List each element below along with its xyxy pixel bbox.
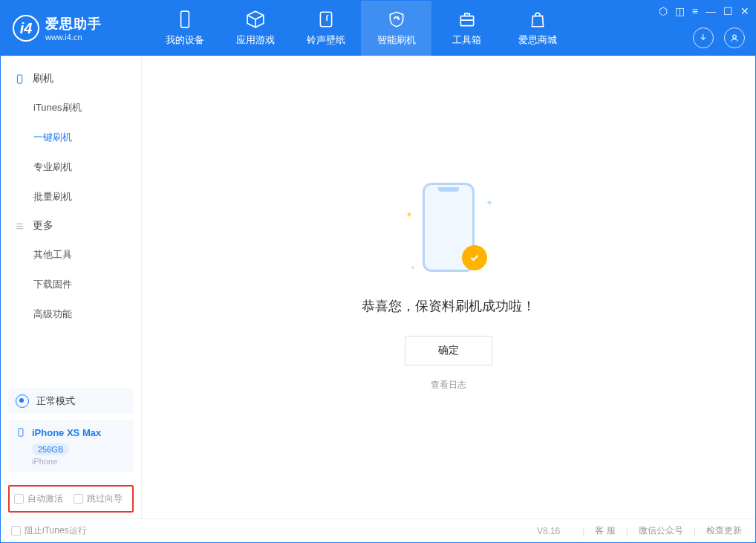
device-icon xyxy=(16,426,26,439)
sidebar-item-oneclick-flash[interactable]: 一键刷机 xyxy=(1,123,141,152)
tab-my-device[interactable]: 我的设备 xyxy=(149,1,220,56)
app-title: 爱思助手 xyxy=(45,15,102,33)
sidebar-section-flash: 刷机 xyxy=(1,65,141,93)
bag-icon xyxy=(528,10,547,29)
close-button[interactable]: ✕ xyxy=(740,5,749,17)
tab-apps[interactable]: 应用游戏 xyxy=(220,1,290,56)
sidebar: 刷机 iTunes刷机 一键刷机 专业刷机 批量刷机 更多 其他工具 下载固件 … xyxy=(1,56,142,518)
checkbox-auto-activate[interactable]: 自动激活 xyxy=(14,492,63,505)
success-message: 恭喜您，保资料刷机成功啦！ xyxy=(362,297,535,315)
list-icon xyxy=(14,221,25,232)
phone-icon xyxy=(175,10,195,29)
lock-icon[interactable]: ◫ xyxy=(675,5,685,17)
sparkle-icon: ✦ xyxy=(486,198,493,208)
svg-rect-2 xyxy=(460,16,473,26)
phone-outline-icon xyxy=(14,74,25,85)
user-button[interactable] xyxy=(724,27,745,48)
refresh-shield-icon xyxy=(387,10,406,29)
toolbox-icon xyxy=(457,10,477,29)
body: 刷机 iTunes刷机 一键刷机 专业刷机 批量刷机 更多 其他工具 下载固件 … xyxy=(1,56,755,518)
tab-toolbox[interactable]: 工具箱 xyxy=(431,1,502,56)
checkbox-label: 自动激活 xyxy=(27,492,63,505)
device-capacity: 256GB xyxy=(32,443,69,455)
sidebar-item-itunes-flash[interactable]: iTunes刷机 xyxy=(1,93,141,123)
tab-ringtone[interactable]: 铃声壁纸 xyxy=(290,1,361,56)
titlebar: i4 爱思助手 www.i4.cn 我的设备 应用游戏 铃声壁纸 智能刷机 xyxy=(1,1,755,56)
logo-text: 爱思助手 www.i4.cn xyxy=(45,15,102,42)
mode-icon xyxy=(16,394,29,408)
menu-icon[interactable]: ≡ xyxy=(692,5,698,17)
top-tabs: 我的设备 应用游戏 铃声壁纸 智能刷机 工具箱 爱思商城 xyxy=(149,1,573,56)
checkbox-label: 跳过向导 xyxy=(87,492,123,505)
tab-label: 铃声壁纸 xyxy=(307,33,345,47)
checkbox-icon xyxy=(74,494,83,504)
logo-area: i4 爱思助手 www.i4.cn xyxy=(1,15,149,42)
tab-flash[interactable]: 智能刷机 xyxy=(361,1,431,56)
view-log-link[interactable]: 查看日志 xyxy=(431,379,466,391)
sparkle-icon: • xyxy=(411,263,414,273)
ok-button[interactable]: 确定 xyxy=(405,336,492,365)
tab-label: 工具箱 xyxy=(452,33,481,47)
footer-support-link[interactable]: 客 服 xyxy=(592,524,618,537)
svg-point-3 xyxy=(733,35,737,39)
logo-icon: i4 xyxy=(13,15,39,42)
titlebar-right-icons xyxy=(693,27,745,48)
checkbox-label: 阻止iTunes运行 xyxy=(25,524,87,537)
footer: 阻止iTunes运行 V8.16 | 客 服 | 微信公众号 | 检查更新 xyxy=(1,518,755,542)
sidebar-item-pro-flash[interactable]: 专业刷机 xyxy=(1,152,141,182)
checkmark-badge-icon xyxy=(462,245,487,270)
device-name: iPhone XS Max xyxy=(32,427,101,438)
svg-rect-1 xyxy=(320,12,331,27)
tab-store[interactable]: 爱思商城 xyxy=(502,1,573,56)
tab-label: 应用游戏 xyxy=(236,33,275,47)
sparkle-icon: ✦ xyxy=(405,209,413,220)
cube-icon xyxy=(246,10,265,29)
sidebar-item-download-firmware[interactable]: 下载固件 xyxy=(1,270,141,299)
sidebar-section-more: 更多 xyxy=(1,212,141,240)
sidebar-item-other-tools[interactable]: 其他工具 xyxy=(1,240,141,270)
device-type: iPhone xyxy=(32,457,126,466)
minimize-button[interactable]: — xyxy=(706,5,716,17)
footer-wechat-link[interactable]: 微信公众号 xyxy=(636,524,686,537)
window-controls: ⬡ ◫ ≡ — ☐ ✕ xyxy=(659,5,749,17)
checkbox-block-itunes[interactable]: 阻止iTunes运行 xyxy=(11,524,87,537)
section-label: 刷机 xyxy=(33,72,53,85)
checkbox-skip-guide[interactable]: 跳过向导 xyxy=(74,492,123,505)
separator: | xyxy=(626,526,628,536)
download-button[interactable] xyxy=(693,27,714,48)
tab-label: 爱思商城 xyxy=(518,33,557,47)
checkbox-icon xyxy=(14,494,24,504)
shirt-icon[interactable]: ⬡ xyxy=(659,5,668,17)
tab-label: 我的设备 xyxy=(166,33,204,47)
maximize-button[interactable]: ☐ xyxy=(723,5,733,17)
mode-box[interactable]: 正常模式 xyxy=(8,388,134,414)
sidebar-item-batch-flash[interactable]: 批量刷机 xyxy=(1,182,141,212)
music-file-icon xyxy=(316,10,336,29)
device-panel: 正常模式 iPhone XS Max 256GB iPhone xyxy=(8,388,134,478)
app-window: i4 爱思助手 www.i4.cn 我的设备 应用游戏 铃声壁纸 智能刷机 xyxy=(0,0,756,543)
device-box[interactable]: iPhone XS Max 256GB iPhone xyxy=(8,420,134,472)
app-subtitle: www.i4.cn xyxy=(45,33,102,42)
options-row-highlighted: 自动激活 跳过向导 xyxy=(8,485,134,513)
section-label: 更多 xyxy=(33,219,53,233)
success-illustration: ✦ ✦ • xyxy=(404,183,493,279)
svg-rect-4 xyxy=(17,74,22,82)
footer-update-link[interactable]: 检查更新 xyxy=(703,524,745,537)
checkbox-icon xyxy=(11,526,21,536)
separator: | xyxy=(694,526,696,536)
version-label: V8.16 xyxy=(537,526,560,536)
mode-label: 正常模式 xyxy=(36,394,75,408)
main-content: ✦ ✦ • 恭喜您，保资料刷机成功啦！ 确定 查看日志 xyxy=(142,56,755,518)
tab-label: 智能刷机 xyxy=(377,33,416,47)
svg-rect-0 xyxy=(180,11,189,27)
svg-rect-5 xyxy=(19,429,23,437)
separator: | xyxy=(582,526,584,536)
sidebar-item-advanced[interactable]: 高级功能 xyxy=(1,299,141,329)
